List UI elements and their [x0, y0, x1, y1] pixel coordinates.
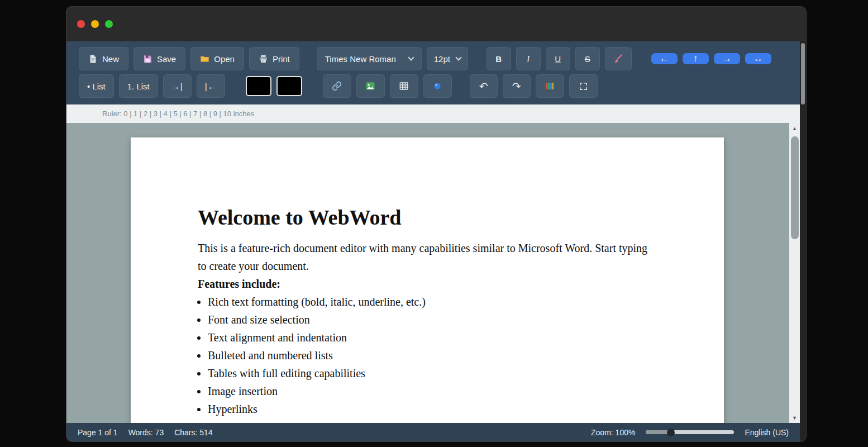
- highlight-color-swatch[interactable]: [276, 76, 302, 96]
- font-size-select[interactable]: 12pt: [427, 47, 468, 70]
- paintbrush-icon: [613, 54, 623, 64]
- window-scrollbar-thumb[interactable]: [801, 43, 805, 104]
- numbered-list-button[interactable]: 1. List: [119, 74, 158, 98]
- text-color-swatch[interactable]: [246, 76, 271, 96]
- document-page[interactable]: Welcome to WebWord This is a feature-ric…: [131, 137, 724, 423]
- open-button[interactable]: Open: [190, 47, 244, 70]
- list-item: Text alignment and indentation: [208, 329, 657, 346]
- ruler-text: Ruler: 0 | 1 | 2 | 3 | 4 | 5 | 6 | 7 | 8…: [102, 110, 254, 118]
- app-window: New Save Open: [66, 7, 806, 441]
- language-indicator: English (US): [745, 428, 789, 437]
- ruler: Ruler: 0 | 1 | 2 | 3 | 4 | 5 | 6 | 7 | 8…: [66, 104, 800, 123]
- bold-button[interactable]: B: [487, 47, 511, 70]
- scroll-down-arrow-icon[interactable]: ▼: [789, 412, 800, 423]
- zoom-slider[interactable]: [646, 429, 734, 436]
- save-icon: [143, 54, 152, 64]
- insert-table-button[interactable]: [390, 74, 418, 98]
- outdent-button[interactable]: |←: [197, 74, 225, 98]
- print-button[interactable]: Print: [249, 47, 299, 70]
- color-palette-icon: [545, 81, 555, 91]
- list-item: Hyperlinks: [208, 400, 657, 418]
- font-family-select[interactable]: Times New Roman: [317, 47, 422, 70]
- redo-button[interactable]: ↷: [503, 74, 531, 98]
- indent-button[interactable]: →|: [163, 74, 192, 98]
- toolbar: New Save Open: [66, 41, 800, 104]
- italic-button[interactable]: I: [516, 47, 541, 70]
- document-canvas: Welcome to WebWord This is a feature-ric…: [66, 123, 800, 423]
- new-document-button[interactable]: New: [79, 47, 128, 70]
- maximize-window-button[interactable]: [105, 20, 113, 28]
- chevron-down-icon: [408, 54, 414, 60]
- close-window-button[interactable]: [77, 20, 85, 28]
- font-size-value: 12pt: [434, 54, 450, 64]
- new-document-icon: [88, 54, 98, 64]
- align-center-button[interactable]: ↑: [683, 53, 709, 64]
- justify-button[interactable]: ↔: [745, 53, 771, 64]
- list-item: Tables with full editing capabilities: [208, 364, 657, 382]
- font-family-value: Times New Roman: [325, 54, 396, 64]
- doc-intro-paragraph: This is a feature-rich document editor w…: [198, 239, 657, 275]
- doc-features-heading: Features include:: [198, 275, 657, 293]
- scroll-up-arrow-icon[interactable]: ▲: [789, 123, 800, 134]
- zoom-slider-track[interactable]: [646, 430, 734, 434]
- insert-image-button[interactable]: [356, 74, 385, 98]
- window-content: New Save Open: [66, 41, 806, 441]
- list-item: Image insertion: [208, 382, 657, 400]
- list-item: Bulleted and numbered lists: [208, 346, 657, 364]
- open-folder-icon: [200, 54, 209, 64]
- align-right-button[interactable]: →: [714, 53, 740, 64]
- insert-symbol-button[interactable]: [423, 74, 452, 98]
- save-button[interactable]: Save: [133, 47, 185, 70]
- image-icon: [365, 81, 375, 91]
- doc-body: This is a feature-rich document editor w…: [198, 239, 657, 418]
- align-left-button[interactable]: ←: [651, 53, 678, 64]
- doc-heading: Welcome to WebWord: [198, 206, 657, 230]
- window-scrollbar[interactable]: [800, 41, 806, 441]
- format-painter-button[interactable]: [605, 47, 632, 70]
- link-icon: [332, 81, 342, 91]
- strikethrough-button[interactable]: S: [575, 47, 600, 70]
- page-count: Page 1 of 1: [78, 428, 118, 437]
- undo-button[interactable]: ↶: [470, 74, 498, 98]
- fullscreen-button[interactable]: [569, 74, 598, 98]
- list-item: Font and size selection: [208, 311, 657, 329]
- toolbar-row-1: New Save Open: [79, 47, 788, 70]
- window-titlebar: [66, 7, 806, 41]
- insert-link-button[interactable]: [323, 74, 351, 98]
- underline-button[interactable]: U: [546, 47, 570, 70]
- table-icon: [399, 81, 409, 91]
- editor-column: New Save Open: [66, 41, 800, 441]
- blue-sphere-icon: [432, 81, 442, 91]
- minimize-window-button[interactable]: [91, 20, 99, 28]
- print-icon: [259, 54, 268, 64]
- char-count: Chars: 514: [174, 428, 212, 437]
- new-button-label: New: [102, 54, 119, 64]
- color-palette-button[interactable]: [536, 74, 564, 98]
- list-item: Rich text formatting (bold, italic, unde…: [208, 293, 657, 311]
- bullet-list-button[interactable]: • List: [79, 74, 114, 98]
- print-button-label: Print: [273, 54, 290, 64]
- document-scrollbar[interactable]: ▲ ▼: [789, 123, 800, 423]
- zoom-level: Zoom: 100%: [591, 428, 635, 437]
- word-count: Words: 73: [128, 428, 164, 437]
- chevron-down-icon: [455, 54, 461, 60]
- doc-feature-list: Rich text formatting (bold, italic, unde…: [198, 293, 657, 418]
- toolbar-row-2: • List 1. List →| |←: [79, 74, 788, 98]
- save-button-label: Save: [157, 54, 176, 64]
- zoom-slider-thumb[interactable]: [667, 429, 675, 436]
- open-button-label: Open: [214, 54, 235, 64]
- document-scrollbar-thumb[interactable]: [791, 136, 799, 239]
- status-bar: Page 1 of 1 Words: 73 Chars: 514 Zoom: 1…: [66, 423, 800, 441]
- fullscreen-icon: [579, 82, 588, 91]
